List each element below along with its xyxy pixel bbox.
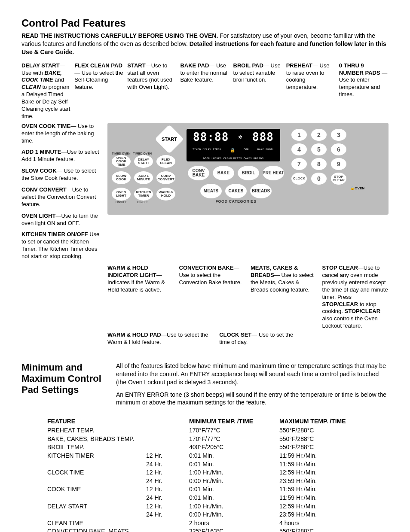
table-cell: BAKE, CAKES, BREADS TEMP. <box>47 435 146 444</box>
table-cell: 12 Hr. <box>146 452 189 460</box>
table-cell: 0:01 Min. <box>189 494 279 502</box>
callout-clock-set: CLOCK SET— Use to set the time of day. <box>219 331 301 346</box>
table-cell: 11:59 Hr./Min. <box>279 460 365 469</box>
callout-and: and <box>53 76 64 83</box>
pad-delay-start: DELAY START <box>134 155 153 168</box>
key-clock: CLOCK <box>291 173 307 185</box>
pad-conv-convert: CONV CONVERT <box>156 171 175 184</box>
th-blank <box>146 418 189 425</box>
callouts-top-row: DELAY START— Use with BAKE, COOK TIME an… <box>21 62 389 120</box>
table-cell: 0:01 Min. <box>189 460 279 469</box>
lcd-indicators: TIMED DELAY TIMER <box>193 148 221 152</box>
callout-heading: WARM & HOLD INDICATOR LIGHT <box>107 264 156 278</box>
start-pad: START <box>155 125 184 154</box>
callout-broil-pad: BROIL PAD— Use to select variable broil … <box>233 62 283 120</box>
table-cell: 11:59 Hr./Min. <box>279 485 365 494</box>
table-row: 24 Hr.0:01 Min.11:59 Hr./Min. <box>47 494 389 502</box>
callout-delay-start: DELAY START— Use with BAKE, COOK TIME an… <box>21 62 71 120</box>
page-title: Control Pad Features <box>21 17 389 29</box>
table-row: CONVECTION BAKE, MEATS TEMP.325°F/163°C5… <box>47 527 389 532</box>
callout-meats-cakes-breads: MEATS, CAKES & BREADS— Use to select the… <box>251 264 317 330</box>
sub-on-off: ON/OFF <box>112 201 131 204</box>
pad-oven-cook-time: OVEN COOK TIME <box>112 155 131 168</box>
table-cell: 550°F/288°C <box>279 527 365 532</box>
key-8: 8 <box>311 158 327 170</box>
callout-heading: CLOCK SET <box>219 331 251 338</box>
callout-heading: KITCHEN TIMER ON/OFF <box>21 231 88 237</box>
table-cell <box>47 477 146 486</box>
table-row: 24 Hr.0:00 Hr./Min.23:59 Hr./Min. <box>47 511 389 519</box>
minmax-section: Minimum and Maximum Control Pad Settings… <box>21 362 389 411</box>
table-cell: 24 Hr. <box>146 477 189 486</box>
table-cell: 0:00 Hr./Min. <box>189 511 279 519</box>
callout-kitchen-timer: KITCHEN TIMER ON/OFF Use to set or cance… <box>21 231 103 260</box>
key-1: 1 <box>291 129 307 141</box>
food-categories-label: FOOD CATEGORIES <box>187 199 285 204</box>
callout-preheat: PREHEAT— Use to raise oven to cooking te… <box>286 62 336 120</box>
pad-kitchen-timer: KITCHEN TIMER <box>134 188 153 201</box>
settings-table: FEATURE MINIMUM TEMP. /TIME MAXIMUM TEMP… <box>47 418 389 532</box>
callout-number-pads: 0 THRU 9 NUMBER PADS — Use to enter temp… <box>339 62 389 120</box>
table-cell: BROIL TEMP. <box>47 443 146 452</box>
table-cell: 11:59 Hr./Min. <box>279 452 365 460</box>
table-cell <box>146 443 189 452</box>
table-cell: 4 hours <box>279 519 365 528</box>
th-min: MINIMUM TEMP. /TIME <box>189 418 279 425</box>
table-cell: 0:01 Min. <box>189 485 279 494</box>
table-cell <box>47 494 146 502</box>
table-cell <box>146 435 189 444</box>
callout-body: — Use to select the Self-Cleaning featur… <box>74 70 123 91</box>
callout-heading: FLEX CLEAN PAD <box>74 62 122 69</box>
table-cell: 400°F/205°C <box>189 443 279 452</box>
table-row: COOK TIME12 Hr.0:01 Min.11:59 Hr./Min. <box>47 485 389 494</box>
callout-heading: CONVECTION BAKE <box>179 264 234 271</box>
table-cell: 170°F/77°C <box>189 435 279 444</box>
callout-warm-hold-indicator: WARM & HOLD INDICATOR LIGHT—Indicates if… <box>107 264 174 330</box>
key-3: 3 <box>331 129 346 141</box>
table-cell: 170°F/77°C <box>189 426 279 435</box>
table-cell: COOK TIME <box>47 485 146 494</box>
th-feature: FEATURE <box>47 418 146 425</box>
table-cell: 24 Hr. <box>146 494 189 502</box>
callout-bold: CLEAN <box>21 84 41 90</box>
lcd-clock: 88:88 <box>193 131 229 143</box>
key-9: 9 <box>331 158 346 170</box>
table-row: KITCHEN TIMER12 Hr.0:01 Min.11:59 Hr./Mi… <box>47 452 389 460</box>
table-cell: 550°F/288°C <box>279 435 365 444</box>
table-cell: 12 Hr. <box>146 502 189 511</box>
table-cell: 12 Hr. <box>146 485 189 494</box>
table-cell: 23:59 Hr./Min. <box>279 477 365 486</box>
callout-heading: PREHEAT <box>286 62 312 69</box>
table-cell: 24 Hr. <box>146 511 189 519</box>
key-4: 4 <box>291 143 307 155</box>
pad-add-1-minute: ADD 1 MINUTE <box>134 171 153 184</box>
table-cell: CLEAN TIME <box>47 519 146 528</box>
section2-para1: All of the features listed below have mi… <box>116 362 389 386</box>
callout-flex-clean: FLEX CLEAN PAD— Use to select the Self-C… <box>74 62 124 120</box>
table-cell: 550°F/288°C <box>279 426 365 435</box>
callouts-left-column: OVEN COOK TIME— Use to enter the length … <box>21 123 103 264</box>
section-divider <box>21 354 389 354</box>
key-0: 0 <box>311 173 327 185</box>
pad-preheat: PRE HEAT <box>263 166 284 180</box>
callout-convection-bake: CONVECTION BAKE— Use to select the Conve… <box>179 264 246 330</box>
callout-heading: BAKE PAD <box>180 62 209 69</box>
table-cell: 12:59 Hr./Min. <box>279 502 365 511</box>
th-max: MAXIMUM TEMP. /TIME <box>279 418 365 425</box>
table-cell: 12 Hr. <box>146 468 189 477</box>
table-cell: 1:00 Hr./Min. <box>189 502 279 511</box>
pad-meats: MEATS <box>200 184 222 198</box>
key-6: 6 <box>331 143 346 155</box>
lcd-temp: 888 <box>252 131 274 143</box>
pad-slow-cook: SLOW COOK <box>112 171 131 184</box>
pad-bake: BAKE <box>213 166 234 180</box>
pad-cakes: CAKES <box>225 184 247 198</box>
table-cell: DELAY START <box>47 502 146 511</box>
callout-slow-cook: SLOW COOK— Use to select the Slow Cook f… <box>21 167 103 182</box>
intro-paragraph: READ THE INSTRUCTIONS CAREFULLY BEFORE U… <box>21 32 389 56</box>
callout-add-1-minute: ADD 1 MINUTE—Use to select Add 1 Minute … <box>21 149 103 163</box>
callout-body: —Use to cancel any oven mode previously … <box>322 264 388 329</box>
oven-lock-text: OVEN <box>355 186 364 190</box>
table-cell: PREHEAT TEMP. <box>47 426 146 435</box>
table-cell <box>146 527 189 532</box>
